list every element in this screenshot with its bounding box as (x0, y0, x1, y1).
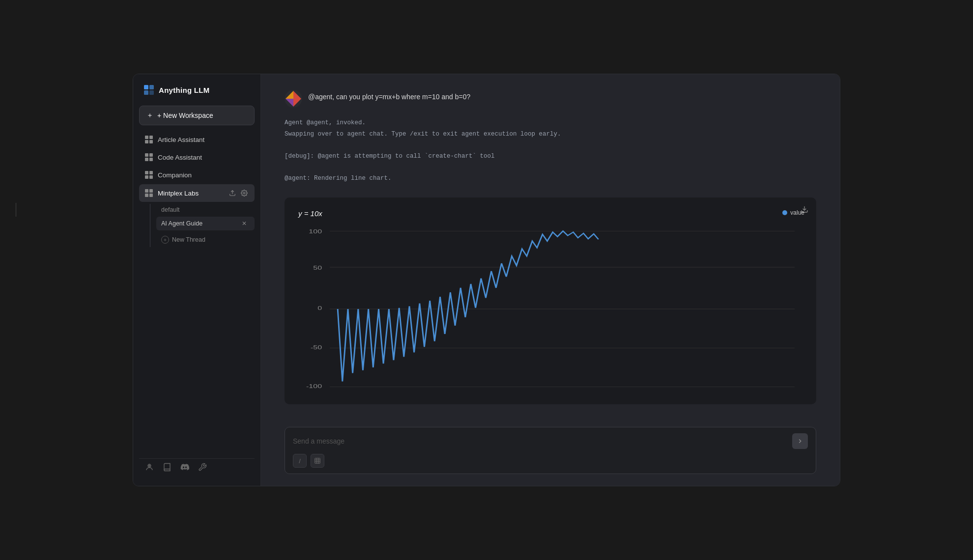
slash-icon: / (299, 457, 301, 465)
svg-text:x: x (582, 391, 586, 392)
svg-text:x: x (336, 391, 340, 392)
chat-area: @agent, can you plot y=mx+b where m=10 a… (261, 74, 840, 419)
svg-rect-65 (315, 458, 320, 464)
new-thread-button[interactable]: + New Thread (156, 232, 255, 247)
agent-response: Agent @agent, invoked. Swapping over to … (285, 117, 816, 184)
svg-text:x: x (745, 391, 749, 392)
book-icon[interactable] (163, 463, 172, 474)
svg-text:y: y (551, 391, 555, 392)
svg-text:y: y (387, 391, 391, 392)
svg-text:x: x (705, 391, 709, 392)
svg-text:y: y (756, 391, 760, 392)
svg-text:y: y (346, 391, 350, 392)
discord-icon[interactable] (180, 463, 189, 474)
agent-line-3: [debug]: @agent is attempting to call `c… (285, 151, 816, 162)
svg-text:x: x (479, 391, 483, 392)
input-box: / (285, 427, 816, 474)
workspace-label: Code Assistant (158, 154, 202, 161)
grid-icon (145, 189, 153, 197)
svg-text:y: y (674, 391, 678, 392)
grid-icon (145, 136, 153, 143)
grid-icon (145, 153, 153, 161)
svg-text:50: 50 (313, 264, 322, 271)
legend-label: value (790, 209, 804, 216)
table-button[interactable] (311, 454, 324, 468)
svg-text:x: x (356, 391, 360, 392)
svg-text:x: x (684, 391, 688, 392)
svg-text:x: x (520, 391, 524, 392)
chart-legend: value (782, 209, 804, 216)
svg-text:x: x (541, 391, 544, 392)
chart-title: y = 10x (298, 209, 802, 218)
svg-text:x: x (766, 391, 770, 392)
agent-line-1: Agent @agent, invoked. (285, 117, 816, 129)
workspace-label: Mintplex Labs (158, 190, 199, 197)
thread-label: AI Agent Guide (161, 220, 202, 227)
svg-text:y: y (735, 391, 739, 392)
logo-icon (143, 84, 155, 96)
plus-circle-icon: + (161, 236, 169, 244)
svg-text:x: x (643, 391, 647, 392)
message-input[interactable] (293, 437, 787, 445)
svg-text:y: y (489, 391, 493, 392)
thread-item-ai-agent-guide[interactable]: AI Agent Guide ✕ (156, 217, 255, 230)
svg-text:x: x (398, 391, 401, 392)
send-button[interactable] (792, 433, 808, 449)
svg-text:y: y (654, 391, 658, 392)
sidebar-item-mintplex-labs[interactable]: Mintplex Labs (139, 184, 255, 202)
svg-text:x: x (438, 391, 442, 392)
new-thread-label: New Thread (172, 236, 205, 243)
thread-default: default (156, 204, 255, 216)
svg-rect-3 (149, 90, 154, 95)
svg-text:x: x (602, 391, 606, 392)
svg-text:-50: -50 (311, 344, 322, 350)
workspace-label: Article Assistant (158, 136, 204, 143)
svg-text:y: y (469, 391, 473, 392)
default-label: default (161, 206, 180, 213)
svg-rect-0 (144, 85, 148, 89)
svg-text:y: y (531, 391, 535, 392)
logo-row: Anything LLM (139, 82, 255, 106)
svg-text:y: y (449, 391, 453, 392)
main-content: @agent, can you plot y=mx+b where m=10 a… (261, 74, 840, 486)
svg-text:y: y (572, 391, 575, 392)
svg-text:100: 100 (309, 228, 322, 234)
sidebar: Anything LLM ＋ + New Workspace Article A… (133, 74, 261, 486)
svg-text:y: y (592, 391, 596, 392)
app-title: Anything LLM (159, 86, 210, 94)
new-workspace-label: + New Workspace (157, 112, 213, 119)
agent-line-4: @agent: Rendering line chart. (285, 173, 816, 184)
chart-container: y = 10x value 100 50 0 -50 -100 (285, 197, 816, 404)
svg-text:x: x (561, 391, 565, 392)
slash-command-button[interactable]: / (293, 454, 307, 468)
thread-group: default AI Agent Guide ✕ + New Thread (150, 204, 255, 247)
svg-text:x: x (418, 391, 422, 392)
settings-button[interactable] (240, 189, 249, 197)
wrench-icon[interactable] (198, 463, 207, 474)
svg-text:y: y (367, 391, 371, 392)
svg-text:x: x (787, 391, 791, 392)
sidebar-bottom (139, 458, 255, 478)
svg-text:x: x (725, 391, 729, 392)
upload-button[interactable] (228, 189, 237, 197)
agent-line-2: Swapping over to agent chat. Type /exit … (285, 129, 816, 140)
close-thread-button[interactable]: ✕ (242, 220, 250, 227)
sidebar-item-code-assistant[interactable]: Code Assistant (139, 149, 255, 166)
svg-text:x: x (377, 391, 381, 392)
plus-icon: ＋ (146, 111, 153, 120)
line-chart-svg: 100 50 0 -50 -100 x y x (298, 225, 802, 392)
workspace-label: Companion (158, 171, 192, 179)
svg-point-5 (243, 192, 245, 194)
sidebar-item-companion[interactable]: Companion (139, 167, 255, 183)
user-avatar (285, 90, 302, 108)
svg-rect-1 (149, 85, 154, 89)
input-area: / (261, 419, 840, 486)
svg-point-7 (149, 465, 150, 466)
svg-text:y: y (428, 391, 432, 392)
grid-icon (145, 171, 153, 179)
svg-text:y: y (633, 391, 637, 392)
sidebar-item-article-assistant[interactable]: Article Assistant (139, 131, 255, 148)
new-workspace-button[interactable]: ＋ + New Workspace (139, 106, 255, 125)
agent-icon[interactable] (145, 463, 154, 474)
svg-text:x: x (623, 391, 627, 392)
